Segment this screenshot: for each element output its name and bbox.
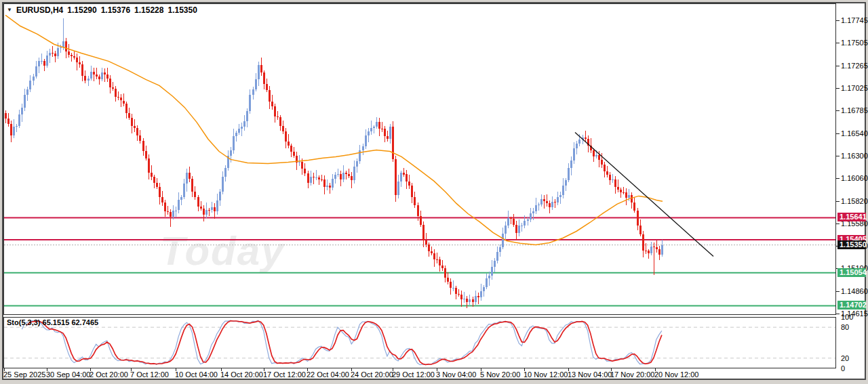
date-label: 17 Oct 12:00 [263,370,306,379]
date-label: 10 Oct 04:00 [175,370,218,379]
date-label: 29 Oct 12:00 [392,370,435,379]
date-label: 17 Nov 20:00 [610,370,654,379]
date-label: 5 Nov 20:00 [480,370,520,379]
date-label: 20 Nov 12:00 [654,370,698,379]
quote-header: ▼EURUSD,H41.152901.153761.152281.15350 [7,5,197,15]
date-label: 2 Oct 20:00 [90,370,128,379]
date-label: 10 Nov 12:00 [524,370,568,379]
date-label: 14 Oct 20:00 [220,370,263,379]
quote-high: 1.15376 [101,5,130,15]
date-label: 22 Oct 04:00 [307,370,349,379]
date-label: 24 Oct 20:00 [351,370,393,379]
collapse-icon[interactable]: ▼ [7,7,12,13]
date-label: 25 Sep 2025 [3,370,45,379]
date-label: 13 Nov 04:00 [568,370,612,379]
date-label: 7 Oct 12:00 [130,370,169,379]
quote-low: 1.15228 [134,5,163,15]
quote-open: 1.15290 [67,5,96,15]
stochastic-label: Sto(5,3,3) 65.1515 62.7465 [7,318,98,326]
date-label: 3 Nov 04:00 [436,370,476,379]
symbol-period: EURUSD,H4 [16,5,63,15]
date-label: 30 Sep 04:00 [46,370,90,379]
time-axis[interactable]: 25 Sep 202530 Sep 04:002 Oct 20:007 Oct … [0,0,868,384]
quote-close: 1.15350 [167,5,197,15]
